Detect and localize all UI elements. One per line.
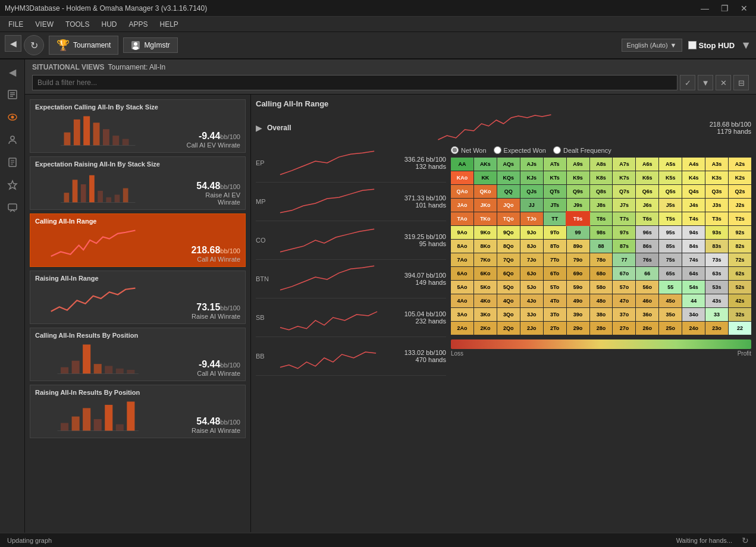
hand-cell-65s[interactable]: 65s — [659, 267, 682, 280]
hand-cell-82s[interactable]: 82s — [729, 240, 751, 253]
hand-cell-58o[interactable]: 58o — [590, 281, 613, 294]
hand-cell-2Jo[interactable]: 2Jo — [520, 322, 543, 335]
hand-cell-7To[interactable]: 7To — [544, 253, 566, 266]
hand-cell-KK[interactable]: KK — [474, 171, 497, 184]
menu-help[interactable]: HELP — [154, 19, 184, 30]
hand-cell-J2s[interactable]: J2s — [729, 199, 751, 212]
hand-cell-9Jo[interactable]: 9Jo — [520, 226, 543, 239]
hand-cell-75s[interactable]: 75s — [659, 253, 682, 266]
filter-clear-button[interactable]: ✕ — [716, 75, 731, 90]
hand-cell-JTs[interactable]: JTs — [544, 199, 566, 212]
hand-cell-9Ko[interactable]: 9Ko — [474, 226, 497, 239]
hand-cell-8Jo[interactable]: 8Jo — [520, 240, 543, 253]
hand-cell-JKo[interactable]: JKo — [474, 199, 497, 212]
sidebar-chat-button[interactable] — [2, 197, 23, 218]
hand-cell-K5s[interactable]: K5s — [659, 171, 682, 184]
hand-cell-K4s[interactable]: K4s — [682, 171, 705, 184]
hand-cell-KJs[interactable]: KJs — [520, 171, 543, 184]
hand-cell-4Ao[interactable]: 4Ao — [451, 294, 473, 307]
hand-cell-64s[interactable]: 64s — [682, 267, 705, 280]
hand-cell-54s[interactable]: 54s — [682, 281, 705, 294]
hand-cell-3Qo[interactable]: 3Qo — [497, 308, 520, 321]
hand-cell-Q4s[interactable]: Q4s — [682, 185, 705, 198]
hand-cell-A2s[interactable]: A2s — [729, 158, 751, 171]
close-button[interactable]: ✕ — [737, 4, 751, 13]
hand-cell-48o[interactable]: 48o — [590, 294, 613, 307]
hand-cell-57o[interactable]: 57o — [613, 281, 635, 294]
hand-cell-JQo[interactable]: JQo — [497, 199, 520, 212]
hand-cell-K8s[interactable]: K8s — [590, 171, 613, 184]
hand-cell-JAo[interactable]: JAo — [451, 199, 473, 212]
hand-cell-68o[interactable]: 68o — [590, 267, 613, 280]
hand-cell-8Ao[interactable]: 8Ao — [451, 240, 473, 253]
hand-cell-44[interactable]: 44 — [682, 294, 705, 307]
hand-cell-3Ko[interactable]: 3Ko — [474, 308, 497, 321]
hand-cell-A4s[interactable]: A4s — [682, 158, 705, 171]
hand-cell-77[interactable]: 77 — [613, 253, 635, 266]
sidebar-collapse-button[interactable]: ◀ — [2, 62, 23, 82]
net-won-label[interactable]: Net Won — [461, 147, 487, 154]
menu-tools[interactable]: TOOLS — [59, 19, 95, 30]
hand-cell-3Jo[interactable]: 3Jo — [520, 308, 543, 321]
stop-hud-button[interactable]: Stop HUD — [688, 41, 735, 50]
hand-cell-33[interactable]: 33 — [705, 308, 728, 321]
hand-cell-99[interactable]: 99 — [567, 226, 589, 239]
hand-cell-73s[interactable]: 73s — [705, 253, 728, 266]
minimize-button[interactable]: — — [697, 4, 713, 13]
stat-card-calling-position[interactable]: Calling All-In Results By Position — [30, 328, 246, 381]
menu-view[interactable]: VIEW — [29, 19, 59, 30]
hand-cell-4Jo[interactable]: 4Jo — [520, 294, 543, 307]
hand-cell-84s[interactable]: 84s — [682, 240, 705, 253]
hand-cell-JJ[interactable]: JJ — [520, 199, 543, 212]
hand-cell-94s[interactable]: 94s — [682, 226, 705, 239]
hand-cell-79o[interactable]: 79o — [567, 253, 589, 266]
hand-cell-72s[interactable]: 72s — [729, 253, 751, 266]
hand-cell-6Ao[interactable]: 6Ao — [451, 267, 473, 280]
hand-cell-J9s[interactable]: J9s — [567, 199, 589, 212]
hand-cell-78o[interactable]: 78o — [590, 253, 613, 266]
hand-cell-4Ko[interactable]: 4Ko — [474, 294, 497, 307]
hand-cell-T3s[interactable]: T3s — [705, 212, 728, 225]
hand-cell-A9s[interactable]: A9s — [567, 158, 589, 171]
hand-cell-46o[interactable]: 46o — [636, 294, 658, 307]
hand-cell-4Qo[interactable]: 4Qo — [497, 294, 520, 307]
hand-cell-74s[interactable]: 74s — [682, 253, 705, 266]
hand-cell-26o[interactable]: 26o — [636, 322, 658, 335]
hand-cell-KAo[interactable]: KAo — [451, 171, 473, 184]
filter-save-button[interactable]: ⊟ — [733, 75, 749, 90]
player-tab[interactable]: MgImstr — [123, 37, 177, 53]
hand-cell-7Jo[interactable]: 7Jo — [520, 253, 543, 266]
hand-cell-76s[interactable]: 76s — [636, 253, 658, 266]
hand-cell-36o[interactable]: 36o — [636, 308, 658, 321]
nav-back-button[interactable]: ◀ — [5, 35, 21, 52]
hand-cell-6Jo[interactable]: 6Jo — [520, 267, 543, 280]
hand-cell-96s[interactable]: 96s — [636, 226, 658, 239]
hand-cell-69o[interactable]: 69o — [567, 267, 589, 280]
hand-cell-T6s[interactable]: T6s — [636, 212, 658, 225]
hand-cell-25o[interactable]: 25o — [659, 322, 682, 335]
hand-cell-A8s[interactable]: A8s — [590, 158, 613, 171]
menu-apps[interactable]: APPS — [123, 19, 153, 30]
hand-cell-TJo[interactable]: TJo — [520, 212, 543, 225]
hand-cell-22[interactable]: 22 — [729, 322, 751, 335]
hand-cell-K3s[interactable]: K3s — [705, 171, 728, 184]
hand-cell-Q7s[interactable]: Q7s — [613, 185, 635, 198]
hand-cell-8Ko[interactable]: 8Ko — [474, 240, 497, 253]
tournament-tab[interactable]: 🏆 Tournament — [49, 36, 118, 55]
hand-cell-QAo[interactable]: QAo — [451, 185, 473, 198]
hand-cell-AA[interactable]: AA — [451, 158, 473, 171]
hand-cell-T7s[interactable]: T7s — [613, 212, 635, 225]
hand-cell-89o[interactable]: 89o — [567, 240, 589, 253]
hand-cell-24o[interactable]: 24o — [682, 322, 705, 335]
hand-cell-Q6s[interactable]: Q6s — [636, 185, 658, 198]
hand-cell-8Qo[interactable]: 8Qo — [497, 240, 520, 253]
hand-cell-K2s[interactable]: K2s — [729, 171, 751, 184]
filter-apply-button[interactable]: ✓ — [680, 75, 695, 90]
hand-cell-2Ao[interactable]: 2Ao — [451, 322, 473, 335]
hand-cell-7Ko[interactable]: 7Ko — [474, 253, 497, 266]
hand-cell-32s[interactable]: 32s — [729, 308, 751, 321]
filter-options-button[interactable]: ▼ — [698, 75, 713, 90]
stat-card-raising-range[interactable]: Raising All-In Range 73.15bb/100 Raise A… — [30, 271, 246, 324]
hand-cell-98s[interactable]: 98s — [590, 226, 613, 239]
hand-cell-43s[interactable]: 43s — [705, 294, 728, 307]
